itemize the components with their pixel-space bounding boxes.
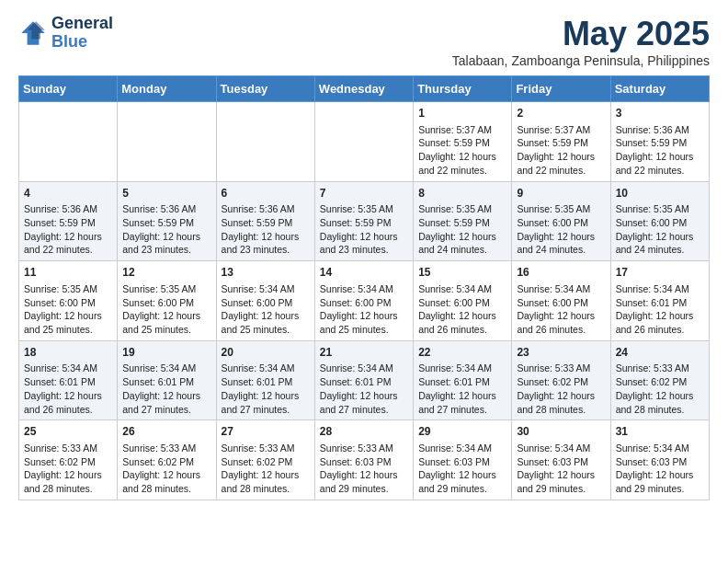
cell-info: Sunset: 6:00 PM <box>24 296 112 310</box>
cell-info: and 22 minutes. <box>418 164 506 178</box>
cell-info: Sunset: 6:01 PM <box>24 375 112 389</box>
column-header-tuesday: Tuesday <box>216 76 314 102</box>
logo: General Blue <box>18 15 113 52</box>
day-number: 2 <box>517 106 605 121</box>
calendar-cell: 4Sunrise: 5:36 AMSunset: 5:59 PMDaylight… <box>19 181 118 261</box>
cell-info: and 28 minutes. <box>517 403 605 417</box>
calendar-cell: 2Sunrise: 5:37 AMSunset: 5:59 PMDaylight… <box>512 102 610 182</box>
calendar-cell: 14Sunrise: 5:34 AMSunset: 6:00 PMDayligh… <box>314 261 413 341</box>
calendar-cell: 9Sunrise: 5:35 AMSunset: 6:00 PMDaylight… <box>512 181 610 261</box>
cell-info: Daylight: 12 hours <box>418 309 506 323</box>
cell-info: Daylight: 12 hours <box>24 230 112 244</box>
calendar-cell: 7Sunrise: 5:35 AMSunset: 5:59 PMDaylight… <box>314 181 413 261</box>
calendar-cell: 13Sunrise: 5:34 AMSunset: 6:00 PMDayligh… <box>216 261 314 341</box>
cell-info: Sunset: 5:59 PM <box>616 136 704 150</box>
cell-info: and 26 minutes. <box>517 323 605 337</box>
cell-info: Sunset: 6:02 PM <box>122 455 210 469</box>
cell-info: Sunrise: 5:33 AM <box>222 442 310 455</box>
cell-info: and 28 minutes. <box>122 482 210 496</box>
calendar-cell: 3Sunrise: 5:36 AMSunset: 5:59 PMDaylight… <box>610 102 709 182</box>
day-number: 4 <box>24 186 112 201</box>
day-number: 18 <box>24 345 112 361</box>
page-header: General Blue May 2025 Talabaan, Zamboang… <box>18 15 710 68</box>
cell-info: and 28 minutes. <box>616 403 704 417</box>
cell-info: Daylight: 12 hours <box>222 468 310 482</box>
week-row: 11Sunrise: 5:35 AMSunset: 6:00 PMDayligh… <box>19 261 710 341</box>
cell-info: Daylight: 12 hours <box>24 309 112 323</box>
cell-info: Daylight: 12 hours <box>418 468 506 482</box>
cell-info: Sunrise: 5:34 AM <box>418 282 506 296</box>
cell-info: and 27 minutes. <box>122 403 210 417</box>
week-row: 18Sunrise: 5:34 AMSunset: 6:01 PMDayligh… <box>19 340 710 420</box>
column-header-wednesday: Wednesday <box>314 76 413 102</box>
cell-info: and 25 minutes. <box>24 323 112 337</box>
title-block: May 2025 Talabaan, Zamboanga Peninsula, … <box>452 15 710 68</box>
calendar-table: SundayMondayTuesdayWednesdayThursdayFrid… <box>18 75 710 500</box>
calendar-cell: 23Sunrise: 5:33 AMSunset: 6:02 PMDayligh… <box>512 340 610 420</box>
day-number: 17 <box>616 265 704 281</box>
cell-info: and 27 minutes. <box>320 403 408 417</box>
day-number: 14 <box>320 265 408 281</box>
calendar-cell <box>118 102 216 182</box>
calendar-cell: 8Sunrise: 5:35 AMSunset: 5:59 PMDaylight… <box>414 181 512 261</box>
day-number: 27 <box>222 424 310 440</box>
cell-info: Daylight: 12 hours <box>616 230 704 244</box>
cell-info: Sunset: 6:01 PM <box>222 375 310 389</box>
day-number: 10 <box>616 186 704 201</box>
cell-info: Daylight: 12 hours <box>616 389 704 403</box>
cell-info: and 26 minutes. <box>616 323 704 337</box>
calendar-cell: 25Sunrise: 5:33 AMSunset: 6:02 PMDayligh… <box>19 420 118 500</box>
cell-info: and 25 minutes. <box>122 323 210 337</box>
cell-info: and 25 minutes. <box>320 323 408 337</box>
day-number: 5 <box>122 186 210 201</box>
calendar-cell: 11Sunrise: 5:35 AMSunset: 6:00 PMDayligh… <box>19 261 118 341</box>
cell-info: Sunset: 6:01 PM <box>122 375 210 389</box>
cell-info: Sunrise: 5:37 AM <box>418 123 506 137</box>
cell-info: Sunrise: 5:35 AM <box>320 202 408 216</box>
logo-text: General Blue <box>51 15 113 52</box>
cell-info: Daylight: 12 hours <box>517 150 605 164</box>
calendar-cell: 1Sunrise: 5:37 AMSunset: 5:59 PMDaylight… <box>414 102 512 182</box>
calendar-cell: 24Sunrise: 5:33 AMSunset: 6:02 PMDayligh… <box>610 340 709 420</box>
cell-info: and 26 minutes. <box>418 323 506 337</box>
cell-info: and 29 minutes. <box>616 482 704 496</box>
cell-info: Daylight: 12 hours <box>616 309 704 323</box>
day-number: 16 <box>517 265 605 281</box>
cell-info: Daylight: 12 hours <box>517 389 605 403</box>
cell-info: Sunset: 6:00 PM <box>320 296 408 310</box>
cell-info: Sunset: 6:00 PM <box>122 296 210 310</box>
cell-info: Sunset: 6:00 PM <box>418 296 506 310</box>
cell-info: Sunrise: 5:33 AM <box>320 442 408 455</box>
logo-icon <box>18 18 48 48</box>
cell-info: Sunset: 5:59 PM <box>24 216 112 230</box>
cell-info: and 22 minutes. <box>517 164 605 178</box>
cell-info: and 29 minutes. <box>517 482 605 496</box>
cell-info: and 27 minutes. <box>222 403 310 417</box>
cell-info: Sunrise: 5:37 AM <box>517 123 605 137</box>
cell-info: Sunrise: 5:33 AM <box>122 442 210 455</box>
cell-info: Sunrise: 5:35 AM <box>418 202 506 216</box>
calendar-cell <box>216 102 314 182</box>
calendar-cell: 29Sunrise: 5:34 AMSunset: 6:03 PMDayligh… <box>414 420 512 500</box>
cell-info: Sunrise: 5:34 AM <box>517 442 605 455</box>
cell-info: Sunrise: 5:34 AM <box>122 362 210 375</box>
column-header-thursday: Thursday <box>414 76 512 102</box>
calendar-cell: 16Sunrise: 5:34 AMSunset: 6:00 PMDayligh… <box>512 261 610 341</box>
cell-info: Daylight: 12 hours <box>222 389 310 403</box>
cell-info: and 22 minutes. <box>616 164 704 178</box>
cell-info: Sunrise: 5:34 AM <box>320 362 408 375</box>
day-number: 26 <box>122 424 210 440</box>
day-number: 11 <box>24 265 112 281</box>
calendar-cell: 19Sunrise: 5:34 AMSunset: 6:01 PMDayligh… <box>118 340 216 420</box>
cell-info: and 23 minutes. <box>122 243 210 257</box>
cell-info: Sunrise: 5:35 AM <box>24 282 112 296</box>
cell-info: Daylight: 12 hours <box>122 389 210 403</box>
cell-info: Sunrise: 5:36 AM <box>222 202 310 216</box>
column-header-sunday: Sunday <box>19 76 118 102</box>
day-number: 8 <box>418 186 506 201</box>
column-header-saturday: Saturday <box>610 76 709 102</box>
day-number: 30 <box>517 424 605 440</box>
cell-info: and 24 minutes. <box>418 243 506 257</box>
day-number: 28 <box>320 424 408 440</box>
cell-info: Sunrise: 5:34 AM <box>616 442 704 455</box>
